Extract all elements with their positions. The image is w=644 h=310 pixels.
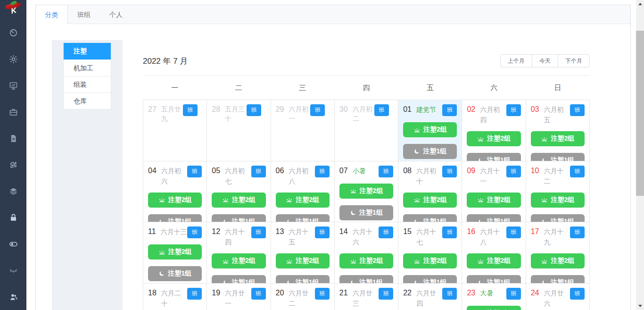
day-shift-button[interactable]: 注塑2组	[148, 244, 202, 260]
page-scrollbar[interactable]	[636, 0, 644, 310]
shift-badge[interactable]: 班	[442, 288, 457, 300]
settings-gear-icon[interactable]	[0, 46, 26, 72]
night-shift-button[interactable]: 注塑1组	[148, 266, 202, 281]
night-shift-button[interactable]: 注塑1组	[339, 205, 393, 220]
calendar-day-cell[interactable]: 12 六月十四 班 注塑2组 注塑1组	[207, 222, 271, 284]
calendar-day-cell[interactable]: 04 六月初六 班 注塑2组 注塑1组	[143, 161, 207, 223]
day-shift-button[interactable]: 注塑2组	[467, 306, 520, 310]
shift-badge[interactable]: 班	[442, 104, 457, 116]
night-shift-button[interactable]: 注塑1组	[212, 275, 265, 284]
calendar-day-cell[interactable]: 29 六月初一 班	[271, 100, 335, 161]
shift-badge[interactable]: 班	[379, 166, 393, 177]
layers-icon[interactable]	[0, 178, 26, 204]
calendar-day-cell[interactable]: 28 五月三十 班	[207, 100, 271, 161]
calendar-day-cell[interactable]: 16 六月十八 班 注塑2组 注塑1组	[462, 222, 526, 284]
toggle-icon[interactable]	[0, 231, 26, 257]
night-shift-button[interactable]: 注塑1组	[403, 275, 457, 284]
night-shift-button[interactable]: 注塑1组	[276, 275, 330, 284]
calendar-day-cell[interactable]: 09 六月十一 班 注塑2组 注塑1组	[462, 161, 526, 223]
night-shift-button[interactable]: 注塑1组	[531, 153, 585, 161]
calendar-day-cell[interactable]: 07 小暑 班 注塑2组 注塑1组	[335, 161, 398, 223]
day-shift-button[interactable]: 注塑2组	[212, 253, 265, 268]
day-shift-button[interactable]: 注塑2组	[339, 184, 393, 199]
calendar-day-cell[interactable]: 24 六月廿六 班 注塑2组 注塑1组	[526, 284, 590, 310]
shift-badge[interactable]: 班	[570, 226, 585, 238]
shift-badge[interactable]: 班	[379, 226, 393, 238]
tab-personal[interactable]: 个人	[100, 5, 132, 24]
shift-badge[interactable]: 班	[251, 226, 266, 238]
calendar-day-cell[interactable]: 01 建党节 班 注塑2组 注塑1组	[398, 100, 462, 161]
calendar-day-cell[interactable]: 15 六月十七 班 注塑2组 注塑1组	[398, 222, 462, 284]
menu-item-warehouse[interactable]: 仓库	[64, 92, 111, 109]
calendar-day-cell[interactable]: 10 六月十二 班 注塑2组 注塑1组	[526, 161, 590, 223]
night-shift-button[interactable]: 注塑1组	[467, 275, 520, 284]
calendar-day-cell[interactable]: 19 六月廿一 班 注塑2组 注塑1组	[207, 284, 271, 310]
shift-badge[interactable]: 班	[570, 288, 585, 300]
menu-item-machining[interactable]: 机加工	[64, 59, 111, 76]
shift-badge[interactable]: 班	[315, 288, 330, 300]
shift-badge[interactable]: 班	[506, 288, 521, 300]
day-shift-button[interactable]: 注塑2组	[531, 253, 585, 268]
night-shift-button[interactable]: 注塑1组	[276, 214, 330, 223]
app-logo[interactable]: K	[5, 2, 22, 10]
scroll-down-arrow-icon[interactable]	[636, 302, 644, 310]
calendar-day-cell[interactable]: 02 六月初四 班 注塑2组 注塑1组	[462, 100, 526, 161]
shift-badge[interactable]: 班	[442, 226, 457, 238]
night-shift-button[interactable]: 注塑1组	[403, 144, 457, 159]
night-shift-button[interactable]: 注塑1组	[531, 214, 585, 223]
tab-category[interactable]: 分类	[36, 5, 68, 24]
scroll-up-arrow-icon[interactable]	[636, 0, 644, 8]
calendar-day-cell[interactable]: 27 五月廿九 班	[143, 100, 207, 161]
shift-badge[interactable]: 班	[506, 166, 521, 177]
day-shift-button[interactable]: 注塑2组	[467, 131, 520, 146]
menu-item-injection-molding[interactable]: 注塑	[64, 43, 111, 59]
calendar-day-cell[interactable]: 22 六月廿四 班 注塑2组 注塑1组	[398, 284, 462, 310]
shift-badge[interactable]: 班	[374, 104, 389, 116]
shift-badge[interactable]: 班	[442, 166, 457, 177]
day-shift-button[interactable]: 注塑2组	[467, 253, 520, 268]
calendar-day-cell[interactable]: 11 六月十三 班 注塑2组 注塑1组	[143, 222, 207, 284]
shift-badge[interactable]: 班	[251, 166, 266, 177]
calendar-day-cell[interactable]: 05 六月初七 班 注塑2组 注塑1组	[207, 161, 271, 223]
night-shift-button[interactable]: 注塑1组	[148, 214, 202, 223]
night-shift-button[interactable]: 注塑1组	[467, 214, 520, 223]
day-shift-button[interactable]: 注塑2组	[403, 253, 457, 268]
shift-badge[interactable]: 班	[251, 288, 266, 300]
calendar-day-cell[interactable]: 18 六月二十 班 注塑2组 注塑1组	[143, 284, 207, 310]
day-shift-button[interactable]: 注塑2组	[339, 253, 393, 268]
calendar-day-cell[interactable]: 03 六月初五 班 注塑2组 注塑1组	[526, 100, 590, 161]
calendar-day-cell[interactable]: 23 大暑 班 注塑2组 注塑1组	[462, 284, 526, 310]
shift-badge[interactable]: 班	[187, 288, 202, 300]
shift-badge[interactable]: 班	[310, 104, 325, 116]
night-shift-button[interactable]: 注塑1组	[403, 214, 457, 223]
day-shift-button[interactable]: 注塑2组	[148, 193, 202, 208]
calendar-day-cell[interactable]: 13 六月十五 班 注塑2组 注塑1组	[271, 222, 335, 284]
calendar-day-cell[interactable]: 17 六月十九 班 注塑2组 注塑1组	[526, 222, 590, 284]
briefcase-icon[interactable]	[0, 99, 26, 125]
puzzle-icon[interactable]	[0, 151, 26, 178]
day-shift-button[interactable]: 注塑2组	[276, 193, 330, 208]
today-button[interactable]: 今天	[532, 54, 558, 67]
shift-badge[interactable]: 班	[315, 166, 330, 177]
calendar-day-cell[interactable]: 30 六月初二 班	[335, 100, 398, 161]
night-shift-button[interactable]: 注塑1组	[467, 153, 520, 161]
calendar-day-cell[interactable]: 08 六月初十 班 注塑2组 注塑1组	[398, 161, 462, 223]
users-icon[interactable]	[0, 284, 26, 310]
shift-badge[interactable]: 班	[187, 166, 202, 177]
lock-icon[interactable]	[0, 204, 26, 231]
calendar-day-cell[interactable]: 14 六月十六 班 注塑2组 注塑1组	[335, 222, 398, 284]
day-shift-button[interactable]: 注塑2组	[276, 253, 330, 268]
tab-team[interactable]: 班组	[68, 5, 100, 24]
night-shift-button[interactable]: 注塑1组	[212, 214, 265, 223]
prev-month-button[interactable]: 上个月	[500, 54, 532, 67]
menu-item-assembly[interactable]: 组装	[64, 76, 111, 92]
shift-badge[interactable]: 班	[315, 226, 330, 238]
day-shift-button[interactable]: 注塑2组	[467, 193, 520, 208]
eye-closed-icon[interactable]	[0, 257, 26, 284]
shift-badge[interactable]: 班	[187, 226, 202, 238]
document-icon[interactable]	[0, 125, 26, 151]
day-shift-button[interactable]: 注塑2组	[403, 193, 457, 208]
calendar-day-cell[interactable]: 20 六月廿二 班 注塑2组 注塑1组	[271, 284, 335, 310]
day-shift-button[interactable]: 注塑2组	[531, 131, 585, 146]
night-shift-button[interactable]: 注塑1组	[339, 275, 393, 284]
